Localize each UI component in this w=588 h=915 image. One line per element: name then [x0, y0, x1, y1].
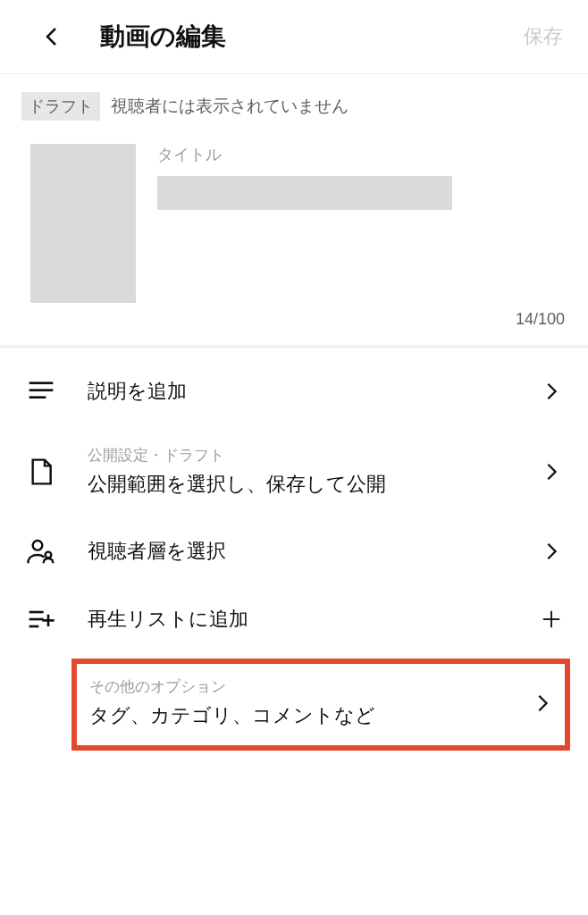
page-icon: [27, 458, 55, 486]
menu-label: 説明を追加: [88, 378, 542, 405]
header: 動画の編集 保存: [0, 0, 588, 74]
title-section: タイトル: [0, 126, 588, 310]
chevron-right-icon: [542, 382, 561, 401]
char-counter: 14/100: [0, 310, 588, 348]
menu-publish-settings[interactable]: 公開設定・ドラフト 公開範囲を選択し、保存して公開: [0, 425, 588, 517]
menu-add-playlist[interactable]: 再生リストに追加: [0, 585, 588, 653]
menu-label: 再生リストに追加: [88, 606, 542, 633]
menu-sublabel: 公開設定・ドラフト: [88, 445, 542, 466]
menu-sublabel: その他のオプション: [89, 676, 515, 697]
video-thumbnail[interactable]: [30, 144, 136, 303]
save-button[interactable]: 保存: [524, 23, 563, 50]
audience-icon: [27, 537, 55, 566]
playlist-add-icon: [27, 605, 55, 634]
menu-add-description[interactable]: 説明を追加: [0, 357, 588, 425]
title-label: タイトル: [157, 144, 563, 165]
menu-label: 視聴者層を選択: [88, 538, 542, 565]
chevron-right-icon: [542, 541, 561, 561]
status-row: ドラフト 視聴者には表示されていません: [0, 74, 588, 126]
draft-badge: ドラフト: [21, 92, 100, 121]
menu-label: タグ、カテゴリ、コメントなど: [89, 702, 515, 729]
menu-audience[interactable]: 視聴者層を選択: [0, 517, 588, 585]
status-text: 視聴者には表示されていません: [111, 95, 349, 118]
chevron-right-icon: [542, 462, 561, 482]
menu-list: 説明を追加 公開設定・ドラフト 公開範囲を選択し、保存して公開 視聴者層を選択: [0, 348, 588, 751]
svg-point-4: [46, 552, 52, 558]
title-input[interactable]: [157, 176, 452, 210]
plus-icon: [542, 609, 561, 629]
description-icon: [27, 377, 55, 406]
svg-point-3: [33, 541, 43, 550]
menu-other-options[interactable]: その他のオプション タグ、カテゴリ、コメントなど: [71, 659, 570, 751]
page-title: 動画の編集: [100, 20, 524, 54]
menu-label: 公開範囲を選択し、保存して公開: [88, 471, 542, 498]
chevron-right-icon: [533, 693, 552, 713]
back-icon[interactable]: [41, 26, 63, 47]
